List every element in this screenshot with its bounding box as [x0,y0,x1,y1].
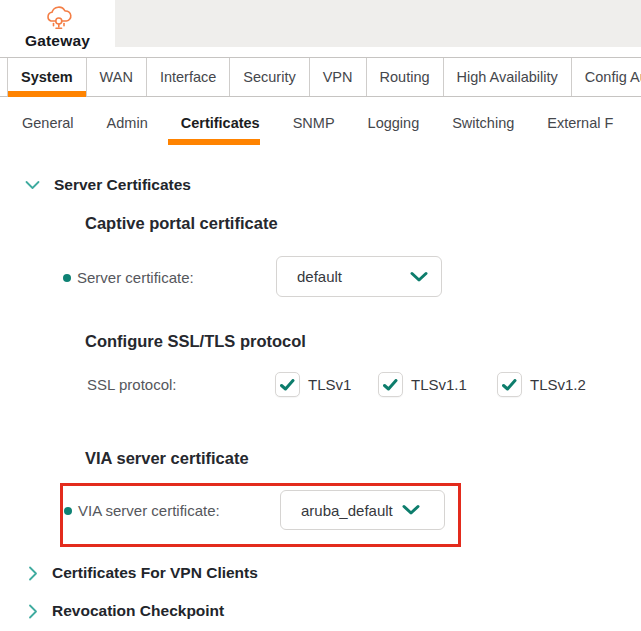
section-title: Revocation Checkpoint [52,602,224,620]
subtab-certificates[interactable]: Certificates [181,98,260,148]
chevron-down-icon [410,271,428,282]
section-revocation-checkpoint[interactable]: Revocation Checkpoint [28,602,224,620]
bullet-dot-icon [64,507,72,515]
section-title: Server Certificates [54,176,191,194]
subtab-snmp[interactable]: SNMP [293,98,335,148]
primary-tab-bar: System WAN Interface Security VPN Routin… [0,57,641,97]
tlsv1-checkgroup: TLSv1 [275,372,351,397]
tab-high-availability[interactable]: High Availability [444,58,572,96]
dropdown-value: default [297,268,342,285]
check-icon [383,379,398,391]
section-vpn-clients[interactable]: Certificates For VPN Clients [28,564,258,582]
section-title: Certificates For VPN Clients [52,564,258,582]
gateway-cloud-icon [44,5,72,31]
tlsv1-checkbox[interactable] [275,372,300,397]
chevron-right-icon[interactable] [28,604,38,619]
bullet-dot-icon [63,274,71,282]
tlsv1-1-checkgroup: TLSv1.1 [378,372,467,397]
app-title: Gateway [0,32,115,50]
tab-security[interactable]: Security [230,58,309,96]
section-server-certificates[interactable]: Server Certificates [25,176,191,194]
captive-portal-heading: Captive portal certificate [85,214,278,233]
check-icon [280,379,295,391]
header-strip [115,0,641,47]
tab-config-audit[interactable]: Config Au [572,58,641,96]
tab-system[interactable]: System [7,58,87,96]
chevron-right-icon[interactable] [28,566,38,581]
via-certificate-row: VIA server certificate: [64,490,220,531]
via-heading: VIA server certificate [85,449,249,468]
chevron-down-icon[interactable] [25,180,40,190]
tlsv1-2-checkgroup: TLSv1.2 [497,372,586,397]
tlsv1-2-checkbox[interactable] [497,372,522,397]
tab-interface[interactable]: Interface [147,58,230,96]
tab-vpn[interactable]: VPN [310,58,367,96]
subtab-switching[interactable]: Switching [452,98,514,148]
ssl-protocol-label-row: SSL protocol: [87,372,177,397]
tlsv1-1-label[interactable]: TLSv1.1 [411,376,467,393]
ssl-protocol-label: SSL protocol: [87,376,177,393]
subtab-external[interactable]: External F [547,98,613,148]
tlsv1-2-label[interactable]: TLSv1.2 [530,376,586,393]
server-certificate-label: Server certificate: [77,269,194,286]
tab-routing[interactable]: Routing [367,58,444,96]
via-certificate-dropdown[interactable]: aruba_default [280,490,445,530]
secondary-tab-bar: General Admin Certificates SNMP Logging … [0,98,641,148]
subtab-logging[interactable]: Logging [368,98,420,148]
via-certificate-label: VIA server certificate: [78,502,220,519]
ssl-tls-heading: Configure SSL/TLS protocol [85,332,306,351]
tlsv1-label[interactable]: TLSv1 [308,376,351,393]
chevron-down-icon [402,505,420,516]
tlsv1-1-checkbox[interactable] [378,372,403,397]
subtab-admin[interactable]: Admin [107,98,148,148]
server-certificate-dropdown[interactable]: default [276,256,442,297]
dropdown-value: aruba_default [301,502,393,519]
subtab-general[interactable]: General [22,98,74,148]
server-certificate-row: Server certificate: [63,257,194,298]
check-icon [502,379,517,391]
app-logo: Gateway [0,0,115,57]
tab-wan[interactable]: WAN [87,58,147,96]
